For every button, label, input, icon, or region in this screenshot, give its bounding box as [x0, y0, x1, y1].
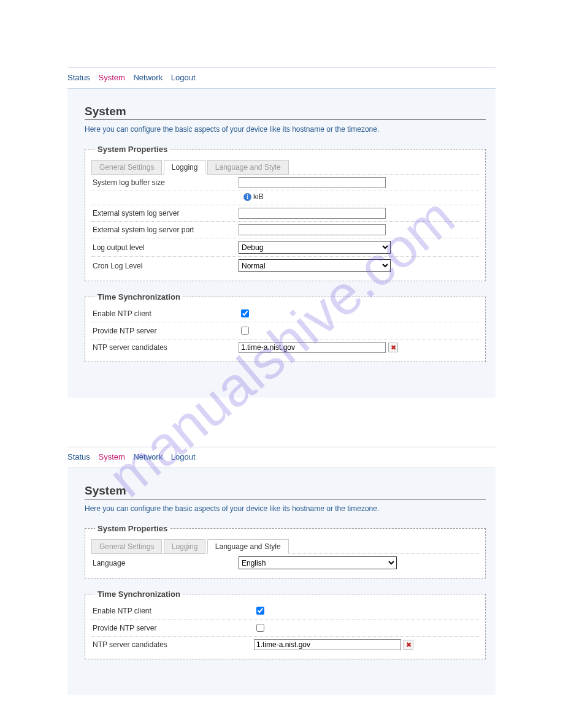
nav-network-2[interactable]: Network — [133, 452, 163, 461]
tab-language-style-2[interactable]: Language and Style — [207, 539, 289, 554]
nav-status-2[interactable]: Status — [67, 452, 90, 461]
row-enable-ntp: Enable NTP client — [91, 305, 479, 322]
nav-status[interactable]: Status — [67, 73, 90, 82]
tabs-2: General Settings Logging Language and St… — [91, 539, 479, 554]
remove-icon: ✖ — [406, 641, 412, 649]
input-ext-log-server[interactable] — [239, 208, 386, 219]
content-panel-2: System Here you can configure the basic … — [67, 468, 496, 695]
content-panel: System Here you can configure the basic … — [67, 89, 496, 398]
screenshot-language: Status System Network Logout System Here… — [0, 422, 563, 695]
page-title: System — [85, 105, 486, 120]
label-ext-log-port: External system log server port — [91, 226, 239, 234]
label-provide-ntp: Provide NTP server — [91, 327, 239, 335]
remove-icon: ✖ — [391, 344, 396, 352]
system-properties-box: System Properties General Settings Loggi… — [85, 145, 486, 281]
time-sync-box: Time Synchronization Enable NTP client P… — [85, 292, 486, 362]
label-ntp-candidates: NTP server candidates — [91, 343, 239, 352]
tab-logging[interactable]: Logging — [164, 160, 206, 175]
remove-ntp-candidate-button-2[interactable]: ✖ — [404, 640, 413, 650]
label-ntp-candidates-2: NTP server candidates — [91, 640, 254, 649]
label-log-buffer-size: System log buffer size — [91, 178, 239, 187]
label-provide-ntp-2: Provide NTP server — [91, 624, 254, 632]
row-language: Language English — [91, 553, 479, 572]
tab-language-style[interactable]: Language and Style — [207, 160, 289, 175]
row-provide-ntp-2: Provide NTP server — [91, 620, 479, 637]
nav-logout[interactable]: Logout — [171, 73, 196, 82]
nav-system-2[interactable]: System — [98, 452, 124, 461]
page-description-2: Here you can configure the basic aspects… — [85, 504, 486, 513]
row-enable-ntp-2: Enable NTP client — [91, 602, 479, 620]
system-properties-legend: System Properties — [95, 145, 170, 154]
row-log-output-level: Log output level Debug — [91, 238, 479, 257]
remove-ntp-candidate-button[interactable]: ✖ — [388, 343, 398, 352]
hint-kib: kiB — [253, 192, 264, 201]
tab-logging-2[interactable]: Logging — [164, 539, 206, 554]
input-log-buffer-size[interactable] — [239, 177, 386, 188]
row-log-buffer-size: System log buffer size — [91, 174, 479, 191]
checkbox-enable-ntp-2[interactable] — [256, 607, 264, 615]
row-ntp-candidates-2: NTP server candidates ✖ — [91, 637, 479, 653]
hint-log-buffer-size: ikiB — [91, 191, 479, 205]
time-sync-legend-2: Time Synchronization — [95, 590, 183, 599]
system-properties-legend-2: System Properties — [95, 524, 170, 533]
input-ntp-candidate[interactable] — [239, 342, 386, 353]
page-description: Here you can configure the basic aspects… — [85, 125, 486, 134]
label-cron-log-level: Cron Log Level — [91, 262, 239, 270]
label-language: Language — [91, 559, 239, 567]
info-icon: i — [243, 193, 251, 201]
row-ntp-candidates: NTP server candidates ✖ — [91, 339, 479, 355]
nav-network[interactable]: Network — [133, 73, 163, 82]
system-properties-box-2: System Properties General Settings Loggi… — [85, 524, 486, 578]
input-ntp-candidate-2[interactable] — [254, 639, 401, 650]
input-ext-log-port[interactable] — [239, 224, 386, 235]
nav-system[interactable]: System — [98, 73, 124, 82]
row-ext-log-port: External system log server port — [91, 222, 479, 238]
nav-logout-2[interactable]: Logout — [171, 452, 196, 461]
top-nav: Status System Network Logout — [67, 68, 496, 89]
tabs: General Settings Logging Language and St… — [91, 160, 479, 175]
screenshot-logging: Status System Network Logout System Here… — [0, 0, 563, 398]
label-ext-log-server: External system log server — [91, 209, 239, 218]
top-nav-2: Status System Network Logout — [67, 447, 496, 468]
checkbox-provide-ntp-2[interactable] — [256, 624, 264, 632]
time-sync-box-2: Time Synchronization Enable NTP client P… — [85, 590, 486, 659]
label-enable-ntp-2: Enable NTP client — [91, 607, 254, 615]
select-cron-log-level[interactable]: Normal — [239, 259, 391, 272]
checkbox-enable-ntp[interactable] — [241, 309, 249, 317]
tab-general-settings-2[interactable]: General Settings — [91, 539, 162, 554]
row-ext-log-server: External system log server — [91, 205, 479, 222]
row-cron-log-level: Cron Log Level Normal — [91, 257, 479, 275]
tab-general-settings[interactable]: General Settings — [91, 160, 162, 175]
time-sync-legend: Time Synchronization — [95, 292, 183, 301]
label-log-output-level: Log output level — [91, 243, 239, 252]
checkbox-provide-ntp[interactable] — [241, 327, 249, 335]
label-enable-ntp: Enable NTP client — [91, 309, 239, 318]
select-log-output-level[interactable]: Debug — [239, 241, 391, 254]
row-provide-ntp: Provide NTP server — [91, 322, 479, 339]
select-language[interactable]: English — [239, 556, 397, 569]
page-title-2: System — [85, 484, 486, 499]
